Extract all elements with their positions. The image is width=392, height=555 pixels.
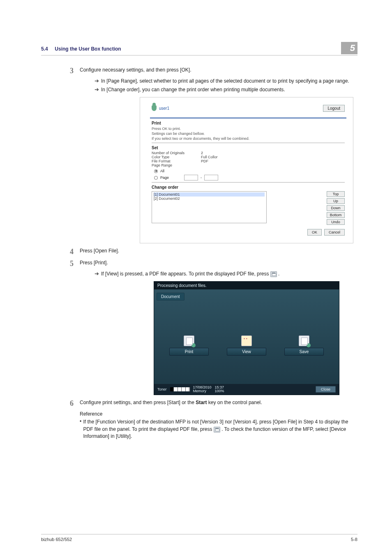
chapter-badge: 5 [341, 42, 357, 54]
sub-text: In [Page Range], select whether to print… [101, 78, 349, 85]
panel-status: Processing document files. [154, 282, 339, 289]
kv-val: 2 [201, 151, 203, 155]
print-icon [184, 335, 194, 346]
sub-text: If [View] is pressed, a PDF file appears… [101, 271, 279, 278]
reference-heading: Reference [80, 411, 357, 417]
page-header: 5.4 Using the User Box function [41, 46, 357, 52]
section-number: 5.4 [41, 46, 48, 52]
radio-page[interactable] [154, 176, 158, 180]
step-number: 3 [70, 67, 80, 75]
arrow-icon: ➔ [95, 86, 101, 93]
print-inline-icon [270, 271, 277, 277]
step-5: 5 Press [Print]. [70, 259, 357, 268]
step-number: 6 [70, 399, 80, 408]
chapter-number: 5 [350, 43, 355, 53]
reference-item: • If the [Function Version] of the desti… [80, 419, 357, 440]
panel-mem-pct: 100% [215, 389, 224, 393]
page-footer: bizhub 652/552 5-8 [41, 534, 357, 542]
device-panel: Processing document files. Document Prin… [154, 281, 339, 395]
kv-key: Page Range [152, 163, 201, 167]
kv-row: File FormatPDF [152, 159, 345, 163]
view-icon [241, 335, 252, 346]
header-rule [41, 55, 357, 56]
order-buttons: Top Up Down Bottom Undo [327, 191, 345, 225]
web-print-dialog: user1 Logout Print Press OK to print. Se… [140, 97, 353, 243]
user-indicator: user1 [152, 105, 169, 111]
toner-label: Toner [157, 387, 167, 391]
print-heading: Print [152, 121, 345, 125]
order-heading: Change order [152, 185, 345, 190]
step-5-sub-1: ➔ If [View] is pressed, a PDF file appea… [95, 271, 357, 278]
step6-post: key on the control panel. [207, 400, 262, 405]
user-icon [152, 105, 157, 111]
footer-right: 5-8 [351, 537, 357, 542]
save-icon [299, 335, 309, 346]
radio-all-row[interactable]: All [154, 169, 345, 173]
radio-all-label: All [160, 169, 164, 173]
panel-save-label: Save [284, 348, 324, 356]
sub-text: In [Change order], you can change the pr… [101, 86, 285, 93]
arrow-icon: ➔ [95, 78, 101, 85]
dialog-rule [150, 118, 346, 118]
page-from-input[interactable] [184, 175, 198, 180]
order-bottom-button[interactable]: Bottom [327, 212, 345, 218]
step-text: Configure necessary settings, and then p… [80, 67, 191, 74]
kv-row: Number of Originals2 [152, 151, 345, 155]
step-number: 4 [70, 247, 80, 256]
panel-save-button[interactable]: Save [284, 335, 324, 356]
step6-pre: Configure print settings, and then press… [80, 400, 196, 405]
order-down-button[interactable]: Down [327, 205, 345, 211]
ok-button[interactable]: OK [307, 229, 322, 236]
step-4: 4 Press [Open File]. [70, 247, 357, 256]
footer-left: bizhub 652/552 [41, 537, 72, 542]
radio-page-label: Page [160, 176, 182, 180]
panel-print-label: Print [169, 348, 209, 356]
kv-row: Page Range [152, 163, 345, 167]
page-sep: - [201, 176, 202, 180]
kv-val: Full Collor [201, 155, 218, 159]
step-3-sub-2: ➔ In [Change order], you can change the … [95, 86, 357, 93]
thin-rule [152, 182, 345, 183]
step-6: 6 Configure print settings, and then pre… [70, 399, 357, 408]
radio-page-row[interactable]: Page - [154, 175, 345, 180]
kv-row: Color TypeFull Collor [152, 155, 345, 159]
arrow-icon: ➔ [95, 271, 101, 278]
cancel-button[interactable]: Cancel [324, 229, 345, 236]
step6-bold: Start [196, 400, 207, 405]
order-list[interactable]: [1] Document01 [2] Document02 [152, 191, 267, 223]
radio-all[interactable] [154, 169, 158, 173]
step-text: Configure print settings, and then press… [80, 399, 262, 406]
toner-indicator [170, 387, 190, 391]
step-3-sub-1: ➔ In [Page Range], select whether to pri… [95, 78, 357, 85]
print-note-3: If you select two or more documents, the… [152, 136, 345, 141]
section-title: Using the User Box function [55, 46, 121, 52]
page-to-input[interactable] [204, 175, 218, 180]
user-name: user1 [159, 106, 169, 111]
list-item[interactable]: [1] Document01 [154, 192, 265, 197]
step-text: Press [Open File]. [80, 247, 119, 254]
list-item[interactable]: [2] Document02 [154, 197, 265, 201]
header-title: 5.4 Using the User Box function [41, 46, 121, 52]
document-tab[interactable]: Document [157, 293, 184, 301]
print-inline-icon [214, 427, 220, 432]
kv-key: Color Type [152, 155, 201, 159]
panel-view-button[interactable]: View [227, 335, 266, 356]
reference-text: If the [Function Version] of the destina… [83, 419, 357, 440]
logout-button[interactable]: Logout [323, 105, 345, 112]
panel-close-button[interactable]: Close [316, 386, 336, 393]
step-3: 3 Configure necessary settings, and then… [70, 67, 357, 75]
order-top-button[interactable]: Top [327, 191, 345, 197]
print-note-1: Press OK to print. [152, 126, 345, 131]
set-heading: Set [152, 146, 345, 150]
panel-view-label: View [227, 348, 266, 356]
kv-key: File Format [152, 159, 201, 163]
kv-key: Number of Originals [152, 151, 201, 155]
order-undo-button[interactable]: Undo [327, 219, 345, 225]
panel-mem-label: Memory [193, 389, 212, 393]
panel-print-button[interactable]: Print [169, 335, 209, 356]
bullet-icon: • [80, 419, 83, 425]
step-number: 5 [70, 259, 80, 268]
kv-val: PDF [201, 159, 208, 163]
order-up-button[interactable]: Up [327, 198, 345, 204]
sub-text-post: . [278, 271, 279, 277]
